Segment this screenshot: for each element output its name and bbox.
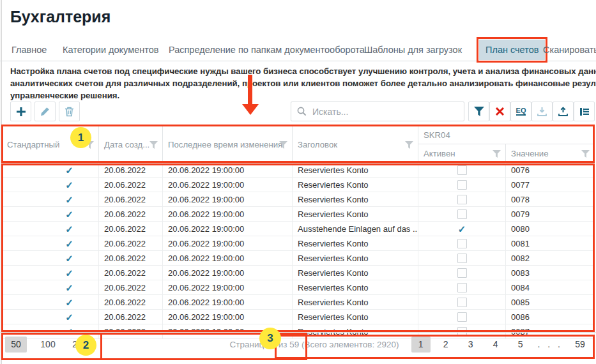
pencil-icon: [40, 107, 50, 116]
cell-created: 20.06.2022: [99, 280, 163, 294]
table-row[interactable]: ✓20.06.202220.06.2022 19:00:00Reserviert…: [2, 236, 595, 251]
page-size-100[interactable]: 100: [37, 337, 59, 353]
page-button-59[interactable]: 59: [570, 337, 590, 353]
upload-icon: [558, 107, 568, 116]
upload-button[interactable]: [553, 102, 574, 121]
column-header-title[interactable]: Заголовок: [293, 126, 418, 163]
tab-2[interactable]: Распределение по папкам документооборота: [167, 40, 366, 60]
tab-3[interactable]: Шаблоны для загрузок: [363, 40, 463, 60]
column-header-value[interactable]: Значение: [506, 144, 595, 163]
cell-active: [418, 280, 506, 294]
x-icon: [495, 107, 505, 116]
column-filter-icon[interactable]: [581, 150, 590, 158]
tab-active-4[interactable]: План счетов: [479, 40, 545, 60]
cell-active: [418, 266, 506, 280]
cell-modified: 20.06.2022 19:00:00: [163, 280, 293, 294]
cell-title: Reserviertes Konto: [293, 295, 418, 309]
table-row[interactable]: ✓20.06.202220.06.2022 19:00:00Reserviert…: [2, 266, 595, 280]
delete-button[interactable]: [59, 102, 80, 121]
table-row[interactable]: ✓20.06.202220.06.2022 19:00:00Reserviert…: [2, 280, 595, 295]
column-filter-icon[interactable]: [279, 141, 287, 149]
page-button-4[interactable]: 4: [486, 337, 505, 353]
cell-active: [418, 295, 506, 309]
cell-modified: 20.06.2022 19:00:00: [163, 236, 293, 250]
column-filter-icon[interactable]: [405, 141, 413, 149]
page-size-50[interactable]: 50: [5, 337, 27, 353]
tab-5[interactable]: Сканировать до: [542, 40, 596, 60]
page-button-2[interactable]: 2: [436, 337, 455, 353]
cell-modified: 20.06.2022 19:00:00: [163, 178, 293, 192]
checkbox-empty-icon: [457, 195, 467, 204]
column-header-standard[interactable]: Стандартный: [2, 126, 99, 163]
cell-title: Reserviertes Konto: [293, 251, 418, 265]
filter-row-toggle-button[interactable]: EQ: [510, 102, 531, 121]
check-icon: ✓: [458, 224, 466, 234]
tab-0[interactable]: Главное: [10, 40, 48, 60]
tab-1[interactable]: Категории документов: [61, 40, 160, 60]
search-icon: [297, 107, 307, 116]
search-input[interactable]: [311, 106, 464, 118]
funnel-icon: [474, 107, 484, 116]
check-icon: ✓: [65, 209, 73, 219]
add-button[interactable]: [10, 102, 31, 121]
clear-filter-button[interactable]: [489, 102, 510, 121]
table-row[interactable]: ✓20.06.202220.06.2022 19:00:00Reserviert…: [2, 310, 595, 324]
checkbox-empty-icon: [457, 239, 467, 248]
pager: Страница 1 из 59 (Всего элементов: 2920)…: [229, 337, 590, 353]
page-button-1[interactable]: 1: [411, 337, 431, 353]
cell-modified: 20.06.2022 19:00:00: [163, 163, 293, 177]
check-icon: ✓: [65, 195, 73, 204]
column-header-modified[interactable]: Последнее время изменения: [163, 126, 293, 163]
filter-button[interactable]: [468, 102, 489, 121]
grid-bottom-border: [0, 332, 596, 333]
cell-active: [418, 163, 506, 177]
pager-info: Страница 1 из 59 (Всего элементов: 2920): [229, 340, 399, 349]
column-filter-icon[interactable]: [86, 141, 94, 149]
table-row[interactable]: ✓20.06.202220.06.2022 19:00:00Reserviert…: [2, 295, 595, 310]
checkbox-empty-icon: [457, 298, 467, 307]
table-row[interactable]: ✓20.06.202220.06.2022 19:00:00Reserviert…: [2, 163, 595, 178]
grid-body: ✓20.06.202220.06.2022 19:00:00Reserviert…: [2, 163, 595, 339]
tab-bar: ГлавноеКатегории документовРаспределение…: [0, 38, 596, 61]
description-line: Настройка плана счетов под специфические…: [10, 65, 596, 77]
column-header-created[interactable]: Дата созд...: [99, 126, 163, 163]
cell-modified: 20.06.2022 19:00:00: [163, 207, 293, 221]
table-row[interactable]: ✓20.06.202220.06.2022 19:00:00Reserviert…: [2, 251, 595, 266]
table-row[interactable]: ✓20.06.202220.06.2022 19:00:00Reserviert…: [2, 207, 595, 222]
cell-standard: ✓: [2, 207, 99, 221]
cell-title: Reserviertes Konto: [293, 266, 418, 280]
cell-standard: ✓: [2, 163, 99, 177]
edit-button[interactable]: [34, 102, 56, 121]
page-button-5[interactable]: 5: [511, 337, 530, 353]
grid-header: Стандартный Дата созд... Последнее время…: [2, 126, 595, 163]
description: Настройка плана счетов под специфические…: [10, 65, 596, 102]
download-button[interactable]: [531, 102, 553, 121]
cell-title: Reserviertes Konto: [293, 236, 418, 250]
cell-active: [418, 192, 506, 206]
column-chooser-button[interactable]: [574, 102, 595, 121]
plus-icon: [16, 107, 26, 117]
table-row[interactable]: ✓20.06.202220.06.2022 19:00:00Ausstehend…: [2, 222, 595, 236]
page-size-200[interactable]: 200: [69, 337, 91, 353]
checkbox-empty-icon: [457, 180, 467, 190]
cell-standard: ✓: [2, 178, 99, 192]
page-button-3[interactable]: 3: [461, 337, 480, 353]
column-filter-icon[interactable]: [149, 141, 158, 149]
cell-standard: ✓: [2, 280, 99, 294]
cell-active: [418, 310, 506, 324]
cell-active: [418, 178, 506, 192]
cell-title: Ausstehende Einlagen auf das ...: [293, 222, 418, 236]
table-row[interactable]: ✓20.06.202220.06.2022 19:00:00Reserviert…: [2, 178, 595, 192]
column-label: Стандартный: [7, 140, 59, 149]
cell-active: ✓: [418, 222, 506, 236]
cell-value: 0079: [506, 207, 595, 221]
cell-created: 20.06.2022: [99, 207, 163, 221]
checkbox-empty-icon: [457, 268, 467, 278]
cell-created: 20.06.2022: [99, 324, 163, 338]
checkbox-empty-icon: [457, 312, 467, 322]
column-header-active[interactable]: Активен: [418, 144, 506, 163]
table-row[interactable]: ✓20.06.202220.06.2022 19:00:00Reserviert…: [2, 192, 595, 207]
column-filter-icon[interactable]: [493, 150, 501, 158]
cell-created: 20.06.2022: [99, 192, 163, 206]
checkbox-empty-icon: [457, 165, 467, 175]
